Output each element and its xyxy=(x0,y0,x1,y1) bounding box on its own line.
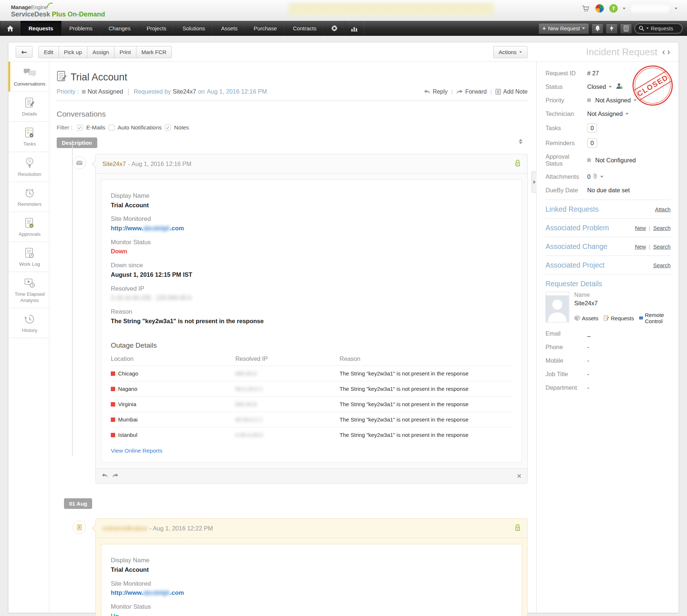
requester-remote-control-link[interactable]: Remote Control xyxy=(639,312,671,324)
assets-cube-icon xyxy=(574,315,580,321)
sidebar-item-time-elapsed-analysis[interactable]: Time Elapsed Analysis xyxy=(8,272,49,308)
tasks-count[interactable]: 0 xyxy=(587,123,597,133)
priority-value[interactable]: Not Assigned xyxy=(595,97,631,104)
priority-square-icon xyxy=(82,90,86,94)
field-label: Site Monitored xyxy=(111,579,512,589)
reply-icon[interactable] xyxy=(102,473,108,479)
nav-reports-chart-icon[interactable] xyxy=(344,21,364,36)
assign-button[interactable]: Assign xyxy=(87,46,114,58)
help-icon[interactable]: ? xyxy=(609,4,618,13)
user-menu-caret-icon[interactable] xyxy=(675,8,677,10)
close-message-button[interactable]: × xyxy=(517,472,521,480)
next-request-chevron[interactable]: › xyxy=(666,47,671,57)
filter-notes-checkbox[interactable]: ✓ xyxy=(165,125,171,131)
view-online-reports-link[interactable]: View Online Reports xyxy=(111,447,162,454)
priority-label: Priority : xyxy=(57,88,79,95)
search-change-link[interactable]: Search xyxy=(653,243,671,250)
status-technician-icon[interactable] xyxy=(616,83,623,91)
request-doc-icon xyxy=(57,71,67,84)
forward-icon[interactable] xyxy=(112,473,118,479)
requester-avatar xyxy=(546,292,569,322)
sidebar-item-conversations[interactable]: Conversations xyxy=(8,62,49,92)
column-header: Reason xyxy=(340,352,512,366)
global-search-input[interactable]: Requests xyxy=(634,23,683,34)
edit-button[interactable]: Edit xyxy=(38,46,58,58)
unlock-icon[interactable] xyxy=(515,159,521,168)
sidebar-item-resolution[interactable]: Resolution xyxy=(8,152,49,182)
associated-change-section: Associated Change New | Search xyxy=(546,242,671,251)
filter-emails-checkbox[interactable]: ✓ xyxy=(77,125,83,131)
nav-purchase[interactable]: Purchase xyxy=(246,21,285,36)
sidebar-item-work-log[interactable]: Work Log xyxy=(8,242,49,272)
nav-requests[interactable]: Requests xyxy=(20,21,61,36)
add-note-button[interactable]: Add Note xyxy=(495,88,528,95)
sidebar-item-approvals[interactable]: Approvals xyxy=(8,212,49,242)
sidebar-item-tasks[interactable]: Tasks xyxy=(8,122,49,152)
field-label: Reason xyxy=(111,307,512,317)
field-label: Display Name xyxy=(111,556,512,565)
down-location-icon xyxy=(111,433,115,437)
search-project-link[interactable]: Search xyxy=(653,262,671,268)
sidebar-item-reminders[interactable]: Reminders xyxy=(8,182,49,212)
notifications-bell-icon[interactable] xyxy=(592,23,603,34)
message-header[interactable]: onlinenotification - Aug 1, 2016 12:22 P… xyxy=(96,519,527,538)
new-request-button[interactable]: + New Request xyxy=(539,23,589,34)
mark-fcr-button[interactable]: Mark FCR xyxy=(136,46,172,58)
priority-caret-icon[interactable] xyxy=(634,99,637,101)
technician-value[interactable]: Not Assigned xyxy=(587,110,623,117)
nav-changes[interactable]: Changes xyxy=(101,21,139,36)
search-scope-caret-icon[interactable] xyxy=(646,28,649,29)
on-label: on xyxy=(198,88,204,95)
nav-solutions[interactable]: Solutions xyxy=(174,21,213,36)
email-value: _ xyxy=(587,330,590,337)
message-header[interactable]: Site24x7 - Aug 1, 2016 12:16 PM xyxy=(96,154,527,174)
forward-button[interactable]: Forward xyxy=(456,88,487,95)
requester-requests-link[interactable]: Requests xyxy=(604,315,634,321)
nav-projects[interactable]: Projects xyxy=(139,21,174,36)
prev-request-chevron[interactable]: ‹ xyxy=(661,47,666,57)
status-caret-icon[interactable] xyxy=(609,86,612,88)
new-change-link[interactable]: New xyxy=(635,243,646,250)
field-value: Trial Account xyxy=(111,565,512,574)
monitored-site-link[interactable]: http://www.abcdefgh.com xyxy=(111,588,512,597)
cart-icon[interactable] xyxy=(581,4,590,13)
status-value[interactable]: Closed xyxy=(587,83,606,90)
sort-conversations-toggle[interactable] xyxy=(519,137,522,144)
help-caret-icon[interactable] xyxy=(623,8,626,10)
user-name-blurred[interactable] xyxy=(630,4,670,13)
new-problem-link[interactable]: New xyxy=(635,225,646,231)
attachments-caret-icon[interactable] xyxy=(600,176,603,178)
monitored-site-link[interactable]: http://www.abcdefgh.com xyxy=(111,224,512,233)
conversations-icon xyxy=(12,67,48,79)
back-button[interactable]: ← xyxy=(16,46,33,58)
nav-settings-gear-icon[interactable] xyxy=(324,21,344,36)
requester-assets-link[interactable]: Assets xyxy=(574,315,599,321)
apps-sphere-icon[interactable] xyxy=(595,4,604,13)
nav-home[interactable] xyxy=(0,21,20,36)
nav-problems[interactable]: Problems xyxy=(61,21,101,36)
filter-auto-notifications-checkbox[interactable] xyxy=(109,125,114,131)
reply-button[interactable]: Reply xyxy=(424,88,448,95)
reminders-count[interactable]: 0 xyxy=(587,138,597,148)
nav-contracts[interactable]: Contracts xyxy=(285,21,324,36)
nav-assets[interactable]: Assets xyxy=(213,21,246,36)
conversation-panel: Trial Account Priority : Not Assigned | … xyxy=(49,62,536,613)
technician-caret-icon[interactable] xyxy=(626,113,629,115)
quick-actions-lightning-icon[interactable] xyxy=(606,23,618,34)
print-button[interactable]: Print xyxy=(114,46,136,58)
attach-link[interactable]: Attach xyxy=(655,206,671,212)
product-suffix: Plus On-Demand xyxy=(52,11,105,18)
search-problem-link[interactable]: Search xyxy=(653,225,671,231)
task-list-icon[interactable] xyxy=(620,23,632,34)
paperclip-icon[interactable] xyxy=(593,173,597,181)
actions-button[interactable]: Actions xyxy=(493,46,528,58)
pickup-button[interactable]: Pick up xyxy=(58,46,87,58)
down-location-icon xyxy=(111,417,115,422)
unlock-icon[interactable] xyxy=(515,524,521,533)
resolved-ip-redacted: 2.19.10.50.232 , 120.000.00.0 xyxy=(111,294,191,301)
field-label: Monitor Status xyxy=(111,238,512,247)
sidebar-item-history[interactable]: History xyxy=(8,308,49,338)
sidebar-item-details[interactable]: Details xyxy=(8,92,49,122)
requester-name[interactable]: Site24x7 xyxy=(173,88,196,95)
panel-collapse-toggle[interactable] xyxy=(532,171,537,193)
